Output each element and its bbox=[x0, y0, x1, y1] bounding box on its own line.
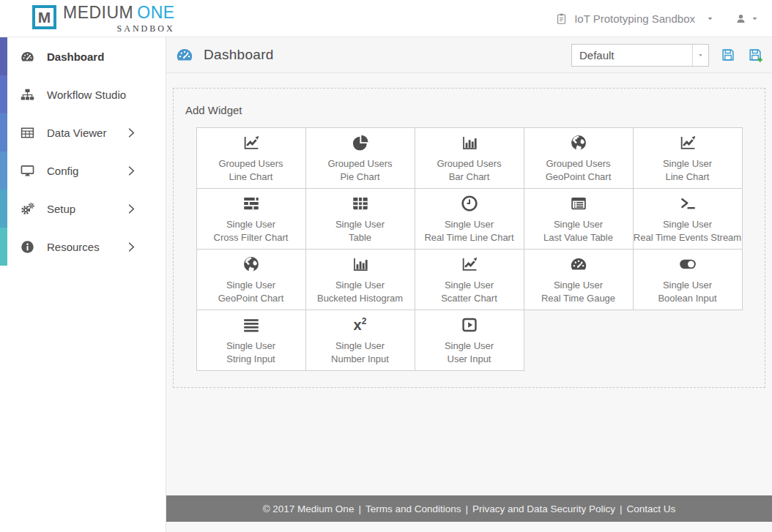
widget-single-user-real-time-events-stream[interactable]: Single UserReal Time Events Stream bbox=[634, 189, 743, 250]
sidebar-item-resources[interactable]: Resources bbox=[0, 228, 166, 266]
widget-single-user-real-time-line-chart[interactable]: Single UserReal Time Line Chart bbox=[415, 189, 524, 250]
dashboard-select[interactable]: Default bbox=[571, 44, 709, 67]
widget-single-user-real-time-gauge[interactable]: Single UserReal Time Gauge bbox=[524, 250, 634, 310]
widget-line1: Single User bbox=[226, 340, 275, 353]
widget-line1: Grouped Users bbox=[546, 157, 610, 171]
widget-line2: Bar Chart bbox=[449, 171, 490, 184]
medium-one-logo[interactable]: M MEDIUMONE SANDBOX bbox=[32, 3, 175, 34]
sidebar-item-label: Setup bbox=[47, 203, 75, 215]
main-area: Dashboard Default Add Widget Grouped Use… bbox=[166, 37, 772, 532]
top-bar: M MEDIUMONE SANDBOX IoT Prototyping Sand… bbox=[0, 0, 772, 37]
user-icon bbox=[735, 12, 747, 25]
sidebar-item-label: Dashboard bbox=[47, 50, 104, 63]
sandbox-selector[interactable]: IoT Prototyping Sandbox bbox=[555, 12, 714, 26]
list-alt-icon bbox=[568, 194, 589, 213]
widget-single-user-user-input[interactable]: Single UserUser Input bbox=[415, 310, 524, 371]
strip-segment-workflow-studio bbox=[0, 75, 7, 113]
cross-filter-icon bbox=[241, 194, 261, 213]
save-icon[interactable] bbox=[720, 47, 736, 63]
sidebar-item-dashboard[interactable]: Dashboard bbox=[0, 37, 166, 75]
sidebar-item-label: Data Viewer bbox=[47, 127, 106, 139]
strip-segment-setup bbox=[0, 190, 7, 228]
footer-link-terms-and-conditions[interactable]: Terms and Conditions bbox=[365, 503, 461, 514]
widget-line2: Line Chart bbox=[666, 171, 710, 184]
clock-icon bbox=[459, 194, 480, 213]
footer-separator: | bbox=[620, 503, 623, 514]
widget-line2: Real Time Gauge bbox=[541, 292, 615, 305]
user-menu[interactable] bbox=[735, 12, 759, 25]
widget-single-user-cross-filter-chart[interactable]: Single UserCross Filter Chart bbox=[197, 189, 306, 250]
widget-line1: Single User bbox=[226, 218, 275, 231]
strip-segment-dashboard bbox=[0, 37, 7, 75]
sidebar-item-config[interactable]: Config bbox=[0, 151, 166, 190]
gears-icon bbox=[20, 201, 35, 217]
clipboard-icon bbox=[555, 12, 568, 26]
footer-separator: | bbox=[358, 503, 361, 514]
sandbox-selector-label: IoT Prototyping Sandbox bbox=[574, 12, 695, 25]
sidebar-nav: DashboardWorkflow StudioData ViewerConfi… bbox=[0, 37, 166, 266]
widget-single-user-geopoint-chart[interactable]: Single UserGeoPoint Chart bbox=[197, 250, 306, 310]
chevron-right-icon bbox=[124, 239, 139, 255]
widget-line1: Single User bbox=[335, 218, 385, 231]
add-widget-title: Add Widget bbox=[185, 104, 754, 116]
table-grid-icon bbox=[350, 194, 371, 213]
widget-line1: Single User bbox=[335, 279, 385, 292]
page-title: Dashboard bbox=[204, 47, 274, 63]
line-chart-icon bbox=[678, 133, 698, 152]
widget-single-user-line-chart[interactable]: Single UserLine Chart bbox=[634, 128, 743, 189]
layout: DashboardWorkflow StudioData ViewerConfi… bbox=[0, 37, 772, 532]
save-plus-icon[interactable] bbox=[747, 47, 763, 63]
tachometer-icon bbox=[20, 49, 35, 64]
logo-mark-icon: M bbox=[32, 5, 56, 29]
widget-single-user-table[interactable]: Single UserTable bbox=[306, 189, 415, 250]
caret-down-icon bbox=[751, 15, 759, 23]
widget-single-user-last-value-table[interactable]: Single UserLast Value Table bbox=[524, 189, 634, 250]
widget-line2: Line Chart bbox=[229, 171, 273, 184]
widget-line1: Single User bbox=[663, 279, 712, 292]
widget-grouped-users-pie-chart[interactable]: Grouped UsersPie Chart bbox=[306, 128, 415, 189]
number-input-icon: x2 bbox=[350, 315, 371, 334]
sidebar-item-label: Config bbox=[47, 165, 78, 177]
pie-chart-icon bbox=[350, 133, 371, 152]
page-header: Dashboard Default bbox=[166, 37, 772, 73]
sidebar-item-workflow-studio[interactable]: Workflow Studio bbox=[0, 75, 166, 113]
sidebar-item-data-viewer[interactable]: Data Viewer bbox=[0, 113, 166, 151]
footer-copyright: © 2017 Medium One bbox=[263, 503, 355, 514]
sidebar-item-setup[interactable]: Setup bbox=[0, 190, 166, 228]
widget-grid: Grouped UsersLine ChartGrouped UsersPie … bbox=[196, 127, 743, 371]
brand-medium: MEDIUM bbox=[63, 3, 133, 22]
bar-chart-icon bbox=[459, 133, 480, 152]
globe-icon bbox=[568, 133, 589, 152]
widget-single-user-bucketed-histogram[interactable]: Single UserBucketed Histogram bbox=[306, 250, 415, 310]
widget-line2: User Input bbox=[448, 353, 491, 366]
widget-line1: Single User bbox=[445, 279, 494, 292]
footer-link-privacy-and-data-security-policy[interactable]: Privacy and Data Security Policy bbox=[472, 503, 615, 514]
widget-line1: Single User bbox=[335, 340, 385, 353]
toggle-icon bbox=[678, 255, 698, 274]
caret-down-icon bbox=[706, 15, 714, 23]
widget-line2: Real Time Events Stream bbox=[634, 231, 741, 244]
widget-single-user-scatter-chart[interactable]: Single UserScatter Chart bbox=[415, 250, 524, 310]
widget-grouped-users-line-chart[interactable]: Grouped UsersLine Chart bbox=[197, 128, 306, 189]
widget-line1: Grouped Users bbox=[218, 157, 283, 171]
widget-single-user-string-input[interactable]: Single UserString Input bbox=[197, 310, 306, 371]
widget-line1: Grouped Users bbox=[437, 157, 501, 171]
sidebar-item-label: Workflow Studio bbox=[47, 89, 126, 101]
widget-single-user-boolean-input[interactable]: Single UserBoolean Input bbox=[634, 250, 743, 310]
widget-single-user-number-input[interactable]: x2Single UserNumber Input bbox=[306, 310, 415, 371]
widget-line2: Real Time Line Chart bbox=[424, 231, 513, 244]
select-caret[interactable] bbox=[692, 45, 708, 66]
widget-grouped-users-geopoint-chart[interactable]: Grouped UsersGeoPoint Chart bbox=[524, 128, 634, 189]
footer-link-contact-us[interactable]: Contact Us bbox=[627, 503, 676, 514]
sidebar-color-strip bbox=[0, 37, 7, 266]
widget-grouped-users-bar-chart[interactable]: Grouped UsersBar Chart bbox=[415, 128, 524, 189]
widget-line1: Single User bbox=[663, 218, 712, 231]
widget-line1: Single User bbox=[554, 279, 603, 292]
dashboard-select-value: Default bbox=[572, 49, 692, 61]
footer-separator: | bbox=[465, 503, 468, 514]
desktop-icon bbox=[20, 163, 35, 179]
sidebar-item-label: Resources bbox=[47, 241, 100, 253]
globe-icon bbox=[241, 255, 261, 274]
widget-line2: Boolean Input bbox=[658, 292, 716, 305]
sitemap-icon bbox=[20, 87, 35, 102]
